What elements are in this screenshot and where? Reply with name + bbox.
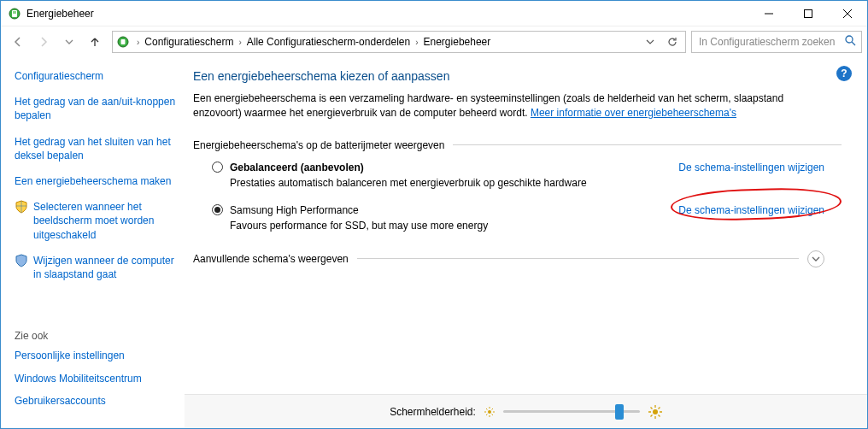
see-also-personalization[interactable]: Persoonlijke instellingen — [15, 349, 176, 362]
breadcrumb-item[interactable]: Energiebeheer — [422, 36, 493, 48]
sidebar-control-panel-home[interactable]: Configuratiescherm — [15, 69, 176, 83]
divider — [453, 144, 842, 145]
forward-button[interactable] — [32, 30, 56, 54]
sidebar-link-power-buttons[interactable]: Het gedrag van de aan/uit-knoppen bepale… — [15, 95, 176, 122]
more-info-link[interactable]: Meer informatie over energiebeheerschema… — [531, 107, 736, 119]
svg-rect-2 — [13, 11, 16, 14]
see-also-heading: Zie ook — [15, 330, 176, 342]
breadcrumb[interactable]: › Configuratiescherm › Alle Configuratie… — [133, 36, 492, 48]
minimize-button[interactable] — [749, 1, 789, 26]
shield-icon — [15, 254, 28, 267]
plan-radio-balanced[interactable] — [212, 162, 223, 173]
plan-radio-samsung[interactable] — [212, 204, 223, 215]
brightness-slider[interactable] — [503, 410, 640, 413]
page-intro: Een energiebeheerschema is een verzameli… — [193, 91, 808, 120]
brightness-slider-thumb[interactable] — [615, 404, 624, 420]
control-panel-icon — [116, 35, 130, 49]
additional-plans-label[interactable]: Aanvullende schema's weergeven — [193, 253, 349, 265]
plan-name[interactable]: Gebalanceerd (aanbevolen) — [230, 162, 364, 173]
change-plan-settings-link[interactable]: De schema-instellingen wijzigen — [678, 204, 842, 216]
search-input[interactable] — [697, 35, 842, 49]
sidebar-link-lid-close[interactable]: Het gedrag van het sluiten van het dekse… — [15, 135, 176, 162]
recent-locations-button[interactable] — [57, 30, 81, 54]
plan-name[interactable]: Samsung High Performance — [230, 204, 359, 216]
brightness-label: Schermhelderheid: — [390, 406, 476, 418]
svg-point-7 — [488, 410, 491, 414]
sidebar-link-display-off[interactable]: Selecteren wanneer het beeldscherm moet … — [33, 200, 176, 242]
brightness-high-icon — [648, 405, 662, 419]
sidebar-link-create-plan[interactable]: Een energiebeheerschema maken — [15, 174, 176, 188]
brightness-low-icon — [484, 407, 495, 417]
close-button[interactable] — [828, 1, 867, 26]
expand-additional-plans-button[interactable] — [807, 250, 824, 267]
page-title: Een energiebeheerschema kiezen of aanpas… — [193, 69, 842, 83]
chevron-right-icon: › — [133, 38, 143, 47]
breadcrumb-item[interactable]: Configuratiescherm — [143, 36, 235, 48]
address-history-dropdown[interactable] — [641, 32, 660, 51]
svg-point-6 — [846, 36, 853, 43]
breadcrumb-item[interactable]: Alle Configuratiescherm-onderdelen — [245, 36, 412, 48]
svg-rect-3 — [805, 9, 812, 17]
help-button[interactable]: ? — [836, 66, 852, 81]
svg-rect-5 — [121, 39, 126, 44]
up-button[interactable] — [83, 30, 107, 54]
shield-icon — [15, 200, 28, 214]
divider — [357, 258, 799, 259]
power-options-icon — [8, 7, 21, 21]
search-icon[interactable] — [845, 35, 856, 49]
plan-description: Prestaties automatisch balanceren met en… — [230, 177, 842, 189]
refresh-button[interactable] — [663, 32, 682, 51]
chevron-right-icon: › — [235, 38, 244, 47]
sidebar-link-sleep[interactable]: Wijzigen wanneer de computer in slaapsta… — [33, 254, 176, 281]
back-button[interactable] — [6, 30, 30, 54]
plan-description: Favours performance for SSD, but may use… — [230, 220, 842, 232]
search-box[interactable] — [691, 31, 862, 53]
change-plan-settings-link[interactable]: De schema-instellingen wijzigen — [678, 162, 842, 173]
window-title: Energiebeheer — [26, 8, 94, 20]
svg-point-8 — [653, 409, 658, 414]
see-also-user-accounts[interactable]: Gebruikersaccounts — [15, 394, 176, 408]
plans-group-label: Energiebeheerschema's op de batterijmete… — [193, 139, 444, 151]
maximize-button[interactable] — [789, 1, 828, 26]
address-bar[interactable]: › Configuratiescherm › Alle Configuratie… — [112, 31, 686, 53]
see-also-mobility-center[interactable]: Windows Mobiliteitscentrum — [15, 372, 176, 385]
chevron-right-icon: › — [412, 38, 421, 47]
